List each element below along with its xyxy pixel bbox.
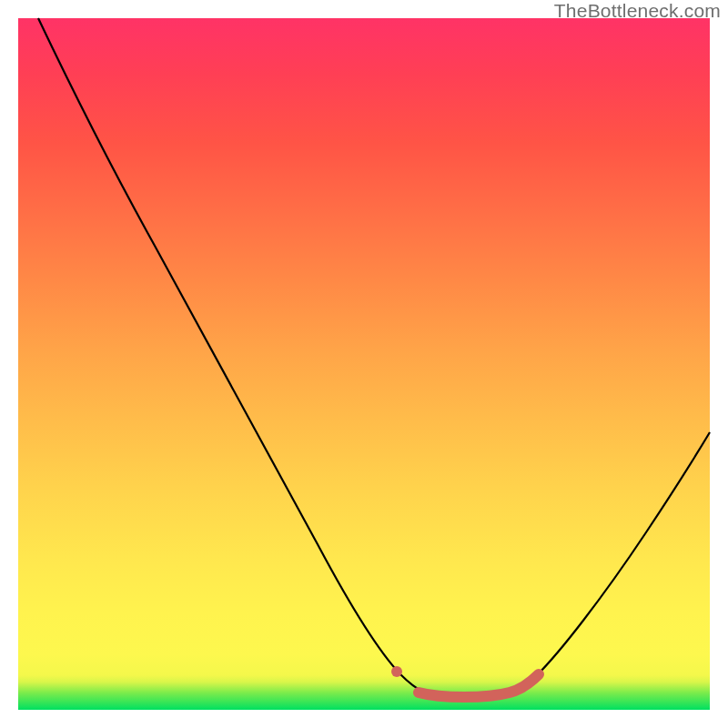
chart-canvas: TheBottleneck.com bbox=[0, 0, 728, 728]
highlight-segment bbox=[419, 674, 539, 697]
chart-svg bbox=[18, 18, 710, 710]
plot-area bbox=[18, 18, 710, 710]
highlight-dot bbox=[391, 666, 402, 677]
curve-line bbox=[38, 18, 710, 696]
